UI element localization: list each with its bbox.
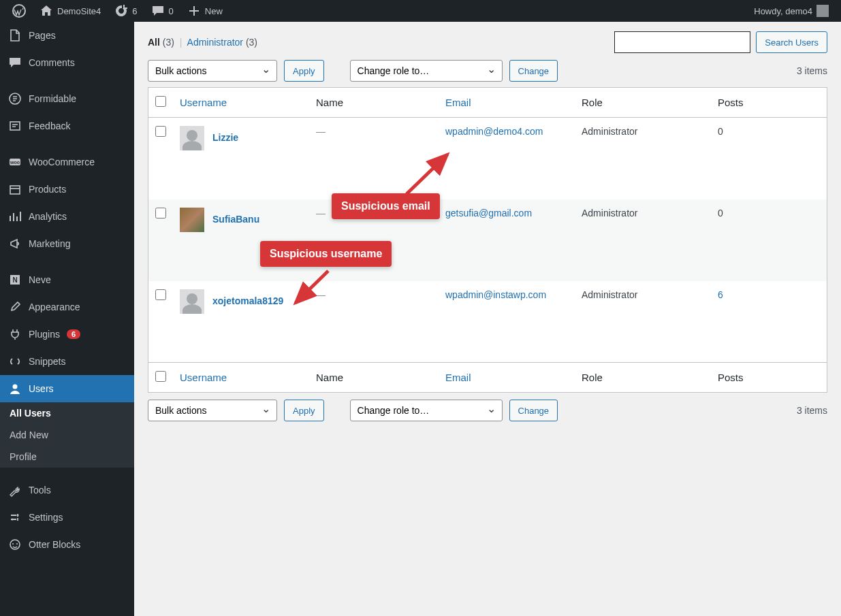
sidebar-item-otter-blocks[interactable]: Otter Blocks	[0, 531, 134, 558]
username-link[interactable]: Lizzie	[212, 132, 238, 143]
username-link[interactable]: xojetomala8129	[212, 295, 283, 306]
users-table: Username Name Email Role Posts Lizzie—wp…	[148, 87, 827, 393]
sidebar-item-users[interactable]: Users	[0, 375, 134, 402]
col-name: Name	[309, 363, 439, 393]
col-email[interactable]: Email	[445, 372, 471, 383]
sidebar-item-label: Otter Blocks	[29, 539, 80, 550]
sidebar-item-neve[interactable]: NNeve	[0, 266, 134, 293]
email-link[interactable]: wpadmin@demo4.com	[445, 126, 543, 137]
content-area: All (3) | Administrator (3) Search Users…	[134, 22, 841, 616]
row-checkbox[interactable]	[155, 208, 166, 218]
feedback-icon	[8, 119, 22, 133]
sidebar-item-pages[interactable]: Pages	[0, 22, 134, 49]
sidebar-item-label: Feedback	[29, 120, 70, 131]
change-button[interactable]: Change	[509, 400, 558, 421]
user-role: Administrator	[575, 281, 711, 363]
svg-text:N: N	[12, 276, 17, 284]
bulk-actions-select[interactable]: Bulk actions	[148, 60, 277, 82]
sidebar-item-label: Users	[29, 383, 54, 394]
search-input[interactable]	[614, 31, 750, 53]
sidebar-item-plugins[interactable]: Plugins6	[0, 321, 134, 348]
new-link[interactable]: New	[180, 0, 229, 22]
sidebar-item-snippets[interactable]: Snippets	[0, 348, 134, 375]
otter-icon	[8, 538, 22, 551]
comments-link[interactable]: 0	[144, 0, 180, 22]
apply-button[interactable]: Apply	[284, 60, 324, 82]
sidebar-item-tools[interactable]: Tools	[0, 476, 134, 504]
sidebar-item-label: Neve	[29, 274, 51, 285]
row-checkbox[interactable]	[155, 126, 166, 137]
col-username[interactable]: Username	[180, 372, 227, 383]
sidebar-item-comments[interactable]: Comments	[0, 49, 134, 76]
select-all-checkbox[interactable]	[155, 96, 166, 107]
items-count: 3 items	[797, 405, 827, 416]
annotation-username: Suspicious username	[260, 241, 392, 267]
username-link[interactable]: SufiaBanu	[212, 213, 259, 224]
site-link[interactable]: DemoSite4	[33, 0, 108, 22]
row-checkbox[interactable]	[155, 289, 166, 300]
email-link[interactable]: getsufia@gmail.com	[445, 208, 532, 218]
table-row: xojetomala8129—wpadmin@instawp.comAdmini…	[148, 281, 827, 363]
arrow-icon	[400, 146, 461, 201]
sidebar-item-label: Pages	[29, 30, 56, 41]
apply-button[interactable]: Apply	[284, 400, 324, 421]
select-all-checkbox-bottom[interactable]	[155, 371, 166, 382]
svg-rect-5	[10, 186, 20, 194]
sidebar-item-marketing[interactable]: Marketing	[0, 230, 134, 257]
sidebar-item-label: Settings	[29, 512, 63, 523]
svg-point-10	[12, 519, 14, 521]
submenu-item-all-users[interactable]: All Users	[0, 402, 134, 424]
col-email[interactable]: Email	[445, 97, 471, 108]
svg-point-9	[17, 515, 19, 517]
sidebar-item-label: Analytics	[29, 211, 67, 222]
bulk-actions-top: Bulk actions Apply Change role to… Chang…	[148, 60, 827, 82]
submenu-item-add-new[interactable]: Add New	[0, 424, 134, 446]
avatar	[816, 5, 829, 17]
filter-admin[interactable]: Administrator	[187, 37, 243, 48]
howdy-text: Howdy, demo4	[754, 6, 812, 16]
wp-logo[interactable]	[5, 0, 33, 22]
posts-link[interactable]: 6	[718, 289, 723, 300]
refresh-icon	[114, 4, 128, 18]
sidebar-item-label: Plugins	[29, 329, 60, 340]
filter-all[interactable]: All	[148, 37, 160, 48]
change-button[interactable]: Change	[509, 60, 558, 82]
sidebar-item-products[interactable]: Products	[0, 176, 134, 203]
table-row: SufiaBanu—getsufia@gmail.comAdministrato…	[148, 199, 827, 281]
arrow-icon	[287, 265, 335, 313]
email-link[interactable]: wpadmin@instawp.com	[445, 289, 546, 300]
submenu-item-profile[interactable]: Profile	[0, 446, 134, 468]
user-name: —	[316, 126, 326, 137]
sidebar-item-formidable[interactable]: Formidable	[0, 85, 134, 112]
comment-icon	[151, 4, 165, 18]
sidebar-item-appearance[interactable]: Appearance	[0, 293, 134, 321]
avatar	[180, 208, 204, 232]
sidebar-item-label: WooCommerce	[29, 157, 95, 167]
bulk-actions-select[interactable]: Bulk actions	[148, 400, 277, 421]
change-role-select[interactable]: Change role to…	[350, 400, 503, 421]
svg-rect-2	[10, 122, 20, 130]
svg-point-12	[12, 543, 14, 545]
sidebar-item-label: Marketing	[29, 238, 70, 249]
search-users-button[interactable]: Search Users	[756, 31, 827, 53]
bulk-actions-bottom: Bulk actions Apply Change role to… Chang…	[148, 400, 827, 421]
home-icon	[39, 4, 53, 18]
admin-bar: DemoSite4 6 0 New Howdy, demo4	[0, 0, 841, 22]
items-count: 3 items	[797, 65, 827, 76]
sidebar-item-settings[interactable]: Settings	[0, 504, 134, 531]
sidebar-item-analytics[interactable]: Analytics	[0, 203, 134, 230]
updates-link[interactable]: 6	[108, 0, 144, 22]
col-role: Role	[575, 88, 711, 118]
sidebar-item-woocommerce[interactable]: wooWooCommerce	[0, 148, 134, 176]
col-username[interactable]: Username	[180, 97, 227, 108]
sidebar-item-feedback[interactable]: Feedback	[0, 112, 134, 140]
comment-icon	[8, 56, 22, 69]
sidebar-item-label: Formidable	[29, 93, 76, 104]
posts-count: 0	[718, 208, 723, 218]
svg-line-15	[296, 271, 328, 303]
products-icon	[8, 182, 22, 196]
change-role-select[interactable]: Change role to…	[350, 60, 503, 82]
settings-icon	[8, 510, 22, 524]
howdy-link[interactable]: Howdy, demo4	[747, 0, 836, 22]
sidebar-item-label: Products	[29, 184, 66, 195]
